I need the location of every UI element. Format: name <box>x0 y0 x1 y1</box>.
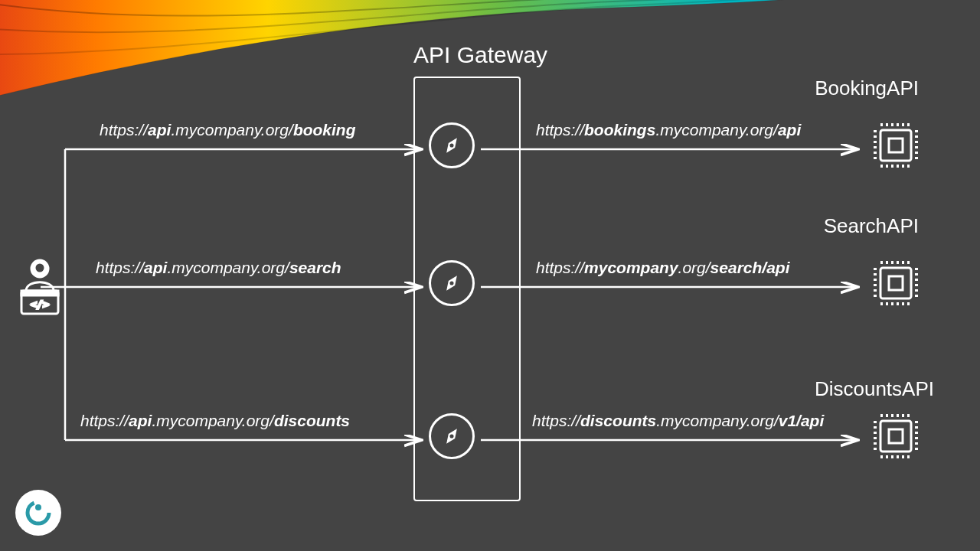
discounts-backend-url: https://discounts.mycompany.org/v1/api <box>532 412 824 430</box>
svg-point-3 <box>449 281 453 285</box>
svg-rect-24 <box>889 429 903 443</box>
chip-icon <box>869 409 923 463</box>
search-gateway-url: https://api.mycompany.org/search <box>96 259 341 277</box>
svg-point-5 <box>449 434 453 438</box>
svg-rect-11 <box>880 130 911 161</box>
compass-icon <box>429 260 475 306</box>
gateway-title: API Gateway <box>413 42 547 68</box>
search-backend-url: https://mycompany.org/search/api <box>536 259 790 277</box>
booking-api-label: BookingAPI <box>815 77 919 100</box>
svg-rect-18 <box>889 276 903 290</box>
chip-icon <box>869 256 923 310</box>
booking-gateway-url: https://api.mycompany.org/booking <box>100 121 356 139</box>
developer-icon: </> <box>17 256 63 318</box>
svg-point-7 <box>34 262 45 273</box>
svg-rect-9 <box>21 291 58 295</box>
compass-icon <box>429 413 475 459</box>
svg-rect-17 <box>880 268 911 298</box>
svg-rect-12 <box>889 139 903 152</box>
discounts-api-label: DiscountsAPI <box>815 377 934 401</box>
booking-backend-url: https://bookings.mycompany.org/api <box>536 121 801 139</box>
compass-icon <box>429 122 475 168</box>
svg-rect-23 <box>880 421 911 452</box>
discounts-gateway-url: https://api.mycompany.org/discounts <box>80 412 350 430</box>
svg-point-1 <box>449 143 453 147</box>
svg-point-30 <box>35 504 41 510</box>
svg-text:</>: </> <box>31 298 49 310</box>
brand-logo-icon <box>15 490 61 536</box>
chip-icon <box>869 119 923 172</box>
search-api-label: SearchAPI <box>824 214 919 238</box>
